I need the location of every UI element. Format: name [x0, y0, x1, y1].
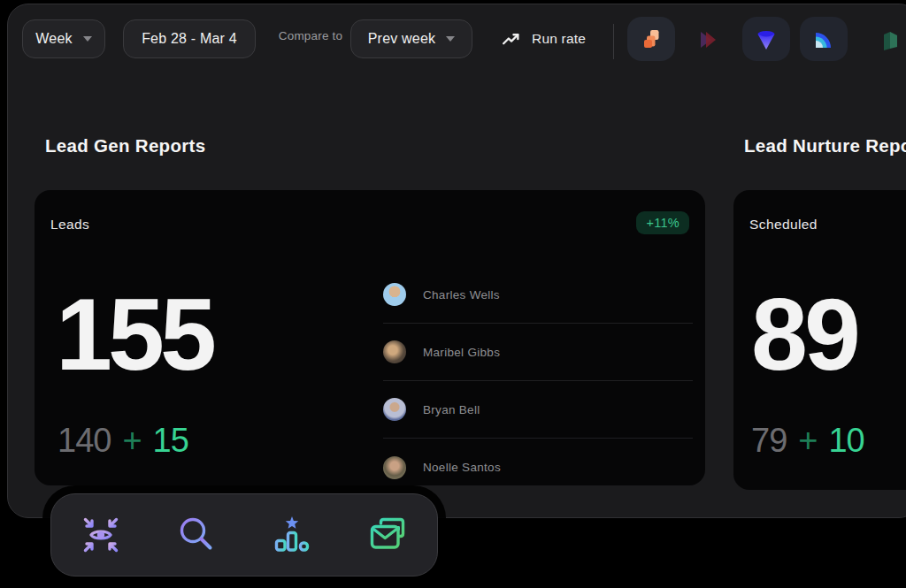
run-rate-label: Run rate [532, 31, 586, 47]
leads-delta-row: 140 + 15 [58, 422, 188, 460]
app-button-cone-funnel[interactable] [742, 17, 790, 61]
search-analytics-button[interactable] [175, 514, 218, 556]
person-name: Maribel Gibbs [423, 346, 500, 359]
leads-value: 155 [56, 284, 212, 386]
avatar [383, 283, 406, 306]
date-range-button[interactable]: Feb 28 - Mar 4 [123, 19, 256, 58]
list-item[interactable]: Charles Wells [383, 266, 693, 324]
scheduled-previous-value: 79 [751, 422, 787, 460]
period-dropdown-label: Week [35, 31, 72, 47]
compare-dropdown-label: Prev week [368, 31, 436, 47]
leads-previous-value: 140 [58, 422, 111, 460]
plus-sign: + [798, 422, 817, 460]
scheduled-card: Scheduled 89 79 + 10 [733, 190, 906, 490]
section-title-lead-gen: Lead Gen Reports [45, 135, 205, 157]
orange-blocks-app-icon [640, 27, 663, 50]
dashboard-root: { "toolbar": { "period": "Week", "date_r… [0, 0, 906, 588]
run-rate-toggle[interactable]: Run rate [501, 26, 586, 52]
layered-chevrons-app-icon [696, 28, 719, 51]
leads-people-list: Charles Wells Maribel Gibbs Bryan Bell N… [383, 266, 693, 496]
app-button-quarter-arc[interactable] [800, 17, 848, 61]
chevron-down-icon [83, 36, 92, 42]
leads-delta-value: 15 [153, 422, 188, 460]
app-button-green-bars[interactable] [879, 27, 903, 52]
scheduled-card-label: Scheduled [749, 217, 818, 233]
trending-up-icon [501, 29, 521, 50]
list-item[interactable]: Noelle Santos [383, 439, 693, 496]
avatar [383, 398, 406, 421]
mail-campaign-icon [366, 514, 409, 556]
app-button-layered-chevrons[interactable] [696, 28, 719, 51]
green-bars-app-icon [879, 27, 903, 52]
compare-to-label: Compare to [274, 29, 347, 42]
section-title-lead-nurture: Lead Nurture Reports [744, 135, 906, 157]
chevron-down-icon [446, 36, 455, 42]
scheduled-delta-row: 79 + 10 [751, 422, 864, 460]
person-name: Noelle Santos [423, 461, 501, 474]
app-button-orange-blocks[interactable] [627, 17, 675, 61]
avatar [383, 340, 406, 363]
cone-funnel-app-icon [754, 27, 779, 51]
period-dropdown[interactable]: Week [22, 19, 105, 58]
leads-card-label: Leads [50, 217, 89, 233]
avatar [383, 456, 406, 479]
dashboard-panel: Week Feb 28 - Mar 4 Compare to Prev week… [7, 4, 906, 518]
mail-campaign-button[interactable] [366, 514, 409, 556]
scheduled-delta-value: 10 [828, 422, 864, 460]
leaderboard-button[interactable] [271, 514, 313, 556]
leaderboard-icon [271, 514, 313, 556]
leads-change-badge: +11% [636, 211, 689, 234]
toolbar-divider [613, 24, 614, 59]
search-analytics-icon [175, 514, 218, 556]
date-range-label: Feb 28 - Mar 4 [142, 31, 237, 47]
scheduled-value: 89 [751, 284, 857, 386]
list-item[interactable]: Maribel Gibbs [383, 324, 693, 381]
person-name: Bryan Bell [423, 403, 480, 416]
person-name: Charles Wells [423, 288, 500, 302]
compare-dropdown[interactable]: Prev week [350, 19, 472, 58]
plus-sign: + [122, 422, 141, 460]
floating-dock [50, 493, 438, 577]
focus-eye-button[interactable] [80, 514, 122, 556]
quarter-arc-app-icon [811, 27, 836, 51]
focus-eye-icon [80, 514, 122, 556]
list-item[interactable]: Bryan Bell [383, 381, 693, 439]
leads-card: Leads +11% 155 140 + 15 Charles Wells Ma… [35, 190, 705, 485]
